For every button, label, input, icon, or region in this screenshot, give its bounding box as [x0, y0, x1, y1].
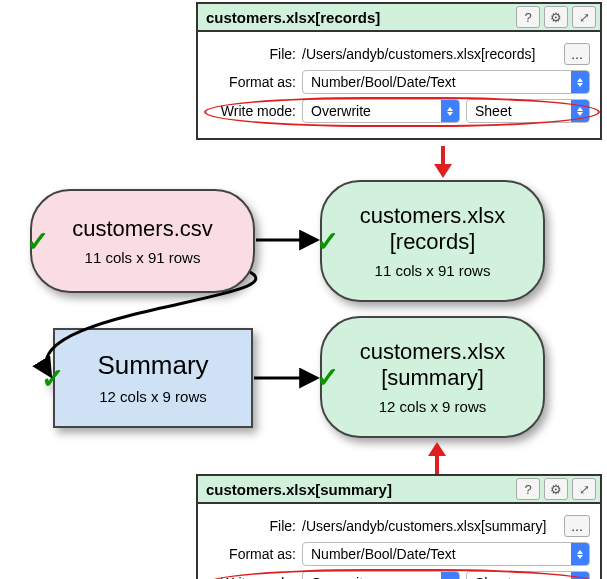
format-label: Format as:: [208, 546, 296, 562]
node-summary[interactable]: ✓ Summary 12 cols x 9 rows: [53, 328, 253, 428]
write-target-select[interactable]: Sheet: [466, 571, 590, 579]
node-title: customers.xlsx [records]: [360, 203, 505, 254]
panel-titlebar: customers.xlsx[records] ? ⚙ ⤢: [198, 4, 600, 32]
node-subtitle: 12 cols x 9 rows: [99, 388, 207, 405]
help-icon[interactable]: ?: [516, 478, 540, 500]
arrow-down-icon: [434, 164, 452, 178]
node-customers-xlsx-summary[interactable]: ✓ customers.xlsx [summary] 12 cols x 9 r…: [320, 316, 545, 438]
write-mode-select[interactable]: Overwrite: [302, 571, 460, 579]
write-target-value: Sheet: [467, 103, 571, 119]
format-row: Format as: Number/Bool/Date/Text: [208, 70, 590, 94]
node-subtitle: 11 cols x 91 rows: [375, 262, 491, 279]
node-title: customers.csv: [72, 216, 213, 241]
chevron-updown-icon: [571, 71, 589, 93]
format-value: Number/Bool/Date/Text: [303, 546, 571, 562]
gear-icon[interactable]: ⚙: [544, 6, 568, 28]
panel-title: customers.xlsx[summary]: [202, 481, 512, 498]
file-label: File:: [208, 518, 296, 534]
chevron-updown-icon: [571, 543, 589, 565]
node-title: customers.xlsx [summary]: [360, 339, 505, 390]
write-mode-row: Write mode: Overwrite Sheet: [208, 571, 590, 579]
file-label: File:: [208, 46, 296, 62]
browse-button[interactable]: ...: [564, 43, 590, 65]
write-mode-label: Write mode:: [208, 103, 296, 119]
node-subtitle: 11 cols x 91 rows: [85, 249, 201, 266]
panel-body: File: /Users/andyb/customers.xlsx[summar…: [198, 504, 600, 579]
write-mode-row: Write mode: Overwrite Sheet: [208, 99, 590, 123]
node-customers-xlsx-records[interactable]: ✓ customers.xlsx [records] 11 cols x 91 …: [320, 180, 545, 302]
format-row: Format as: Number/Bool/Date/Text: [208, 542, 590, 566]
format-label: Format as:: [208, 74, 296, 90]
check-icon: ✓: [41, 362, 64, 395]
help-icon[interactable]: ?: [516, 6, 540, 28]
config-panel-summary: customers.xlsx[summary] ? ⚙ ⤢ File: /Use…: [196, 474, 602, 579]
browse-button[interactable]: ...: [564, 515, 590, 537]
config-panel-records: customers.xlsx[records] ? ⚙ ⤢ File: /Use…: [196, 2, 602, 140]
write-target-value: Sheet: [467, 575, 571, 579]
chevron-updown-icon: [571, 572, 589, 579]
write-mode-value: Overwrite: [303, 103, 441, 119]
chevron-updown-icon: [571, 100, 589, 122]
check-icon: ✓: [316, 225, 339, 258]
file-row: File: /Users/andyb/customers.xlsx[summar…: [208, 515, 590, 537]
file-path: /Users/andyb/customers.xlsx[summary]: [302, 518, 558, 534]
expand-icon[interactable]: ⤢: [572, 478, 596, 500]
check-icon: ✓: [316, 361, 339, 394]
panel-title: customers.xlsx[records]: [202, 9, 512, 26]
file-row: File: /Users/andyb/customers.xlsx[record…: [208, 43, 590, 65]
check-icon: ✓: [26, 225, 49, 258]
node-title: Summary: [97, 351, 208, 381]
panel-body: File: /Users/andyb/customers.xlsx[record…: [198, 32, 600, 138]
write-mode-label: Write mode:: [208, 575, 296, 579]
format-select[interactable]: Number/Bool/Date/Text: [302, 70, 590, 94]
node-subtitle: 12 cols x 9 rows: [379, 398, 487, 415]
write-target-select[interactable]: Sheet: [466, 99, 590, 123]
node-customers-csv[interactable]: ✓ customers.csv 11 cols x 91 rows: [30, 189, 255, 293]
panel-titlebar: customers.xlsx[summary] ? ⚙ ⤢: [198, 476, 600, 504]
write-mode-value: Overwrite: [303, 575, 441, 579]
gear-icon[interactable]: ⚙: [544, 478, 568, 500]
arrow-up-icon: [428, 442, 446, 456]
file-path: /Users/andyb/customers.xlsx[records]: [302, 46, 558, 62]
chevron-updown-icon: [441, 100, 459, 122]
format-select[interactable]: Number/Bool/Date/Text: [302, 542, 590, 566]
write-mode-select[interactable]: Overwrite: [302, 99, 460, 123]
expand-icon[interactable]: ⤢: [572, 6, 596, 28]
format-value: Number/Bool/Date/Text: [303, 74, 571, 90]
chevron-updown-icon: [441, 572, 459, 579]
